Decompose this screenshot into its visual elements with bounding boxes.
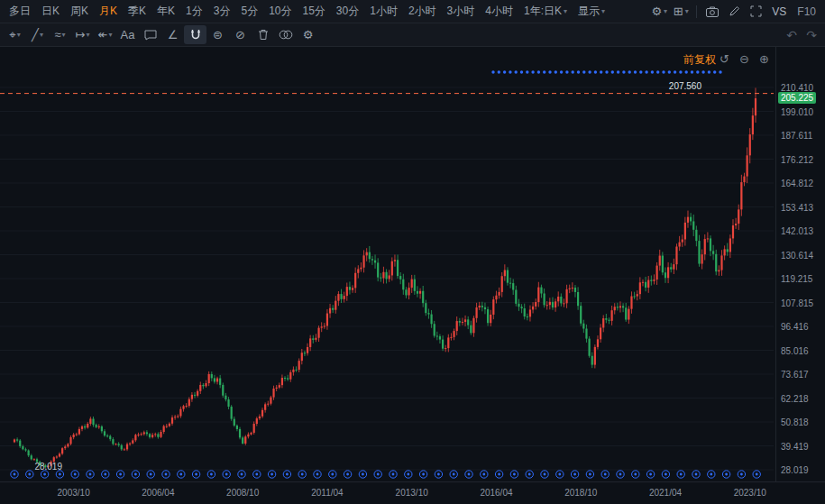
y-axis-tick: 187.611 xyxy=(781,131,812,141)
x-axis-tick: 2016/04 xyxy=(471,488,521,498)
zoom-in-icon[interactable]: ⊕ xyxy=(756,51,772,67)
ray-tool[interactable]: ↦▾ xyxy=(71,25,94,44)
text-tool[interactable]: Aa xyxy=(116,25,139,44)
y-axis-tick: 164.812 xyxy=(781,179,813,188)
chevron-down-icon: ▾ xyxy=(62,31,66,39)
vs-compare-button[interactable]: VS xyxy=(766,5,792,18)
x-axis-tick: 2003/10 xyxy=(49,488,99,498)
time-axis[interactable]: 2003/102006/042008/102011/042013/102016/… xyxy=(0,481,825,504)
chart-style-gear-icon[interactable]: ⚙▾ xyxy=(648,2,670,22)
refresh-icon[interactable]: ↺ xyxy=(717,51,732,67)
trading-chart-window: 多日日K周K月K季K年K1分3分5分10分15分30分1小时2小时3小时4小时1… xyxy=(0,0,825,504)
delete-drawings-tool[interactable] xyxy=(252,25,274,44)
tab-3min[interactable]: 3分 xyxy=(208,0,236,23)
y-axis-tick: 28.019 xyxy=(781,465,809,475)
x-axis-tick: 2011/04 xyxy=(302,488,353,498)
x-axis-tick: 2013/10 xyxy=(387,488,437,498)
x-axis-tick: 2006/04 xyxy=(133,488,183,498)
camera-icon[interactable] xyxy=(701,2,723,22)
x-axis-tick: 2018/10 xyxy=(555,488,606,498)
y-axis-tick: 85.016 xyxy=(781,346,809,356)
chevron-down-icon: ▾ xyxy=(664,7,667,15)
y-axis-tick: 210.410 xyxy=(781,83,813,93)
y-axis-tick: 119.215 xyxy=(781,274,812,284)
magnet-tool[interactable] xyxy=(184,25,206,44)
drawing-settings-tool[interactable]: ⚙ xyxy=(297,25,319,44)
comment-tool[interactable] xyxy=(139,25,161,44)
y-axis-tick: 39.419 xyxy=(781,442,809,452)
y-axis-tick: 199.010 xyxy=(781,107,813,117)
y-axis-tick: 176.212 xyxy=(781,155,813,165)
x-axis-tick: 2008/10 xyxy=(217,488,268,498)
tab-monthly[interactable]: 月K xyxy=(94,0,123,23)
brush-tool[interactable]: ⊜ xyxy=(206,25,229,44)
layout-grid-icon[interactable]: ⊞▾ xyxy=(670,2,692,22)
price-adjustment-mode[interactable]: 前复权 xyxy=(683,52,716,68)
x-axis-tick: 2021/04 xyxy=(640,488,691,498)
retrace-tool[interactable]: ↞▾ xyxy=(94,25,116,44)
trendline-tool[interactable]: ╱▾ xyxy=(26,25,49,44)
zoom-out-icon[interactable]: ⊖ xyxy=(737,51,752,67)
tab-2hour[interactable]: 2小时 xyxy=(403,0,442,23)
y-axis-tick: 130.614 xyxy=(781,251,813,261)
tab-5min[interactable]: 5分 xyxy=(235,0,263,23)
y-axis-tick: 153.413 xyxy=(781,203,813,213)
chevron-down-icon: ▾ xyxy=(108,31,112,39)
tab-daily[interactable]: 日K xyxy=(36,0,65,23)
pencil-icon[interactable] xyxy=(723,2,745,22)
tab-30min[interactable]: 30分 xyxy=(331,0,364,23)
f10-info-button[interactable]: F10 xyxy=(792,5,821,18)
period-toolbar: 多日日K周K月K季K年K1分3分5分10分15分30分1小时2小时3小时4小时1… xyxy=(0,0,825,23)
chevron-down-icon: ▾ xyxy=(40,31,43,39)
tab-3hour[interactable]: 3小时 xyxy=(442,0,481,23)
chevron-down-icon: ▾ xyxy=(601,0,605,23)
tab-4hour[interactable]: 4小时 xyxy=(480,0,518,23)
chevron-down-icon: ▾ xyxy=(564,0,567,23)
chart-zoom-controls: ↺⊖⊕ xyxy=(717,51,772,67)
x-axis-tick: 2023/10 xyxy=(725,488,775,498)
tab-10min[interactable]: 10分 xyxy=(263,0,297,23)
tab-quarterly[interactable]: 季K xyxy=(123,0,151,23)
tab-yearly[interactable]: 年K xyxy=(151,0,180,23)
tab-1min[interactable]: 1分 xyxy=(180,0,208,23)
chevron-down-icon: ▾ xyxy=(685,7,689,15)
crosshair-tool[interactable]: ⌖▾ xyxy=(4,25,26,44)
expand-icon[interactable] xyxy=(745,2,766,22)
chevron-down-icon: ▾ xyxy=(86,31,89,39)
low-price-label: 28.019 xyxy=(34,462,62,472)
y-axis-tick: 50.818 xyxy=(781,417,809,427)
note-marker-dots[interactable] xyxy=(491,70,721,73)
compare-overlay-tool[interactable] xyxy=(274,25,297,44)
y-axis-tick: 96.416 xyxy=(781,322,809,332)
undo-icon[interactable]: ↶ xyxy=(782,25,802,44)
hide-drawings-tool[interactable]: ⊘ xyxy=(229,25,252,44)
y-axis-tick: 73.617 xyxy=(781,370,809,380)
tab-multiday[interactable]: 多日 xyxy=(4,0,36,23)
toolbar-divider xyxy=(696,5,697,18)
y-axis-tick: 107.815 xyxy=(781,298,813,308)
dropdown-display[interactable]: 显示▾ xyxy=(573,0,610,23)
candlestick-plot[interactable] xyxy=(0,47,775,481)
reference-price-label: 207.560 xyxy=(669,81,701,91)
event-markers-row[interactable] xyxy=(11,471,761,478)
angle-tool[interactable]: ∠ xyxy=(161,25,184,44)
price-axis[interactable]: 205.225 210.410199.010187.611176.212164.… xyxy=(775,47,825,481)
y-axis-tick: 62.218 xyxy=(781,394,809,404)
chevron-down-icon: ▾ xyxy=(17,31,21,39)
current-price-badge[interactable]: 205.225 xyxy=(778,92,816,104)
wave-tool[interactable]: ≈▾ xyxy=(49,25,71,44)
tab-15min[interactable]: 15分 xyxy=(298,0,331,23)
redo-icon[interactable]: ↷ xyxy=(802,25,821,44)
tab-1hour[interactable]: 1小时 xyxy=(364,0,403,23)
tab-weekly[interactable]: 周K xyxy=(65,0,94,23)
drawing-toolbar: ⌖▾╱▾≈▾↦▾↞▾Aa∠⊜⊘⚙↶↷ xyxy=(0,23,825,47)
y-axis-tick: 142.013 xyxy=(781,226,813,236)
candlestick-chart-area[interactable]: 前复权 ↺⊖⊕ 207.560 28.019 xyxy=(0,47,775,481)
dropdown-custom-period[interactable]: 1年:日K▾ xyxy=(518,0,573,23)
